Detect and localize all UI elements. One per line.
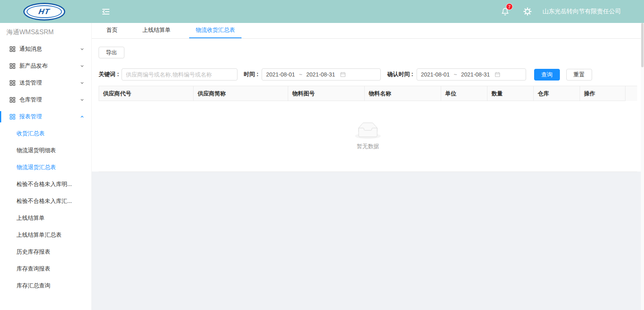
sidebar-subitem-inventory-query[interactable]: 库存查询报表: [0, 260, 91, 277]
column-header-material-drawing: 物料图号: [288, 86, 365, 101]
chevron-down-icon: [80, 81, 84, 85]
range-separator: ~: [299, 71, 302, 78]
sidebar-item-new-product[interactable]: 新产品发布: [0, 58, 91, 74]
subitem-label: 检验不合格未入库汇...: [17, 198, 72, 205]
chevron-down-icon: [80, 98, 84, 102]
confirm-time-range-picker[interactable]: 2021-08-01 ~ 2021-08-31: [417, 68, 526, 81]
time-end-date: 2021-08-31: [306, 71, 335, 78]
empty-text: 暂无数据: [357, 143, 379, 150]
sidebar-item-delivery[interactable]: 送货管理: [0, 74, 91, 91]
subitem-label: 历史库存报表: [17, 248, 50, 256]
reset-button[interactable]: 重置: [566, 69, 592, 81]
sidebar-item-label: 送货管理: [19, 79, 42, 87]
column-header-unit: 单位: [441, 86, 487, 101]
column-header-supplier-name: 供应商简称: [194, 86, 288, 101]
sidebar-item-label: 新产品发布: [19, 62, 47, 70]
grid-icon: [10, 63, 15, 69]
tab-label: 物流收货汇总表: [196, 27, 235, 34]
sidebar-item-reports[interactable]: 报表管理: [0, 108, 91, 125]
grid-icon: [10, 80, 15, 86]
sidebar-app-title: 海通WMS&SRM: [0, 23, 91, 41]
sidebar-subitem-history-inventory[interactable]: 历史库存报表: [0, 244, 91, 260]
sidebar-subitem-return-summary[interactable]: 物流退货汇总表: [0, 159, 91, 176]
sidebar-item-label: 仓库管理: [19, 96, 42, 103]
subitem-label: 收货汇总表: [17, 130, 45, 137]
time-range-picker[interactable]: 2021-08-01 ~ 2021-08-31: [262, 68, 381, 81]
table-empty-state: 暂无数据: [99, 101, 637, 172]
column-header-actions: 操作: [580, 86, 625, 101]
chevron-down-icon: [80, 64, 84, 68]
sidebar: 海通WMS&SRM 通知消息 新产品发布 送货管理: [0, 23, 92, 310]
column-header-material-name: 物料名称: [365, 86, 441, 101]
confirm-start-date: 2021-08-01: [421, 71, 450, 78]
sidebar-item-label: 通知消息: [19, 45, 42, 53]
subitem-label: 库存查询报表: [17, 265, 50, 273]
calendar-icon: [340, 72, 346, 77]
grid-icon: [10, 97, 15, 103]
sidebar-item-warehouse[interactable]: 仓库管理: [0, 91, 91, 108]
column-header-quantity: 数量: [487, 86, 534, 101]
logo-text: HT: [38, 7, 50, 16]
content-panel: 导出 关键词 : 时间 : 2021-08-01 ~ 2021-08-31 确认…: [92, 39, 644, 172]
tab-bar: 首页 上线结算单 物流收货汇总表: [92, 23, 644, 39]
logo-inner-ring: HT: [27, 5, 62, 18]
sidebar-subitem-online-settlement[interactable]: 上线结算单: [0, 210, 91, 227]
column-header-supplier-code: 供应商代号: [99, 86, 194, 101]
tab-label: 上线结算单: [142, 27, 171, 34]
subitem-label: 物流退货明细表: [17, 147, 56, 154]
column-header-warehouse: 仓库: [534, 86, 580, 101]
grid-icon: [10, 114, 15, 120]
export-button[interactable]: 导出: [99, 47, 124, 58]
grid-icon: [10, 46, 15, 52]
tab-logistics-receiving-summary[interactable]: 物流收货汇总表: [189, 23, 242, 38]
sidebar-menu: 通知消息 新产品发布 送货管理 仓库管理: [0, 41, 91, 294]
notification-badge: 7: [506, 3, 513, 10]
confirm-time-label: 确认时间 :: [387, 71, 413, 78]
sidebar-subitem-online-settlement-summary[interactable]: 上线结算单汇总表: [0, 227, 91, 244]
sidebar-subitem-inventory-summary[interactable]: 库存汇总查询: [0, 277, 91, 294]
company-name: 山东光岳转向节有限责任公司: [543, 8, 621, 15]
time-label: 时间 :: [244, 71, 259, 78]
sidebar-subitem-return-detail[interactable]: 物流退货明细表: [0, 142, 91, 159]
main-area: 首页 上线结算单 物流收货汇总表 导出 关键词 : 时间 : 2021-08-0…: [92, 23, 644, 310]
settings-gear-icon[interactable]: [522, 7, 532, 17]
tab-home[interactable]: 首页: [100, 23, 124, 38]
company-logo: HT: [23, 2, 66, 21]
subitem-label: 上线结算单: [17, 215, 45, 222]
chevron-down-icon: [80, 47, 84, 51]
vertical-scrollbar[interactable]: [641, 23, 644, 310]
app-header: HT 7: [0, 0, 644, 23]
reports-submenu: 收货汇总表 物流退货明细表 物流退货汇总表 检验不合格未入库明... 检验不合格…: [0, 125, 91, 294]
sidebar-item-label: 报表管理: [19, 113, 42, 120]
header-right: 7 山东光岳转向节有限责任公司: [500, 6, 644, 17]
subitem-label: 库存汇总查询: [17, 282, 50, 289]
table-header-row: 供应商代号 供应商简称 物料图号 物料名称 单位 数量 仓库 操作: [99, 86, 637, 101]
keyword-input[interactable]: [122, 68, 237, 81]
time-start-date: 2021-08-01: [266, 71, 295, 78]
search-button[interactable]: 查询: [534, 69, 560, 81]
results-table: 供应商代号 供应商简称 物料图号 物料名称 单位 数量 仓库 操作: [99, 86, 637, 172]
menu-fold-icon[interactable]: [100, 6, 111, 17]
sidebar-subitem-inspection-fail-detail[interactable]: 检验不合格未入库明...: [0, 176, 91, 193]
empty-box-icon: [355, 122, 381, 139]
subitem-label: 上线结算单汇总表: [17, 231, 62, 239]
tab-label: 首页: [106, 27, 118, 34]
sidebar-subitem-receiving-summary[interactable]: 收货汇总表: [0, 125, 91, 142]
confirm-end-date: 2021-08-31: [461, 71, 490, 78]
chevron-up-icon: [80, 115, 84, 119]
subitem-label: 检验不合格未入库明...: [17, 181, 72, 188]
keyword-label: 关键词 :: [99, 71, 119, 78]
range-separator: ~: [454, 71, 457, 78]
scrollbar-thumb[interactable]: [641, 23, 644, 67]
sidebar-item-notifications[interactable]: 通知消息: [0, 41, 91, 58]
tab-online-settlement[interactable]: 上线结算单: [136, 23, 177, 38]
filter-row: 关键词 : 时间 : 2021-08-01 ~ 2021-08-31 确认时间 …: [99, 68, 637, 81]
calendar-icon: [495, 72, 500, 77]
sidebar-subitem-inspection-fail-summary[interactable]: 检验不合格未入库汇...: [0, 193, 91, 210]
logo-ellipse: HT: [23, 3, 65, 21]
notification-bell-icon[interactable]: 7: [500, 6, 510, 17]
subitem-label: 物流退货汇总表: [17, 164, 56, 171]
